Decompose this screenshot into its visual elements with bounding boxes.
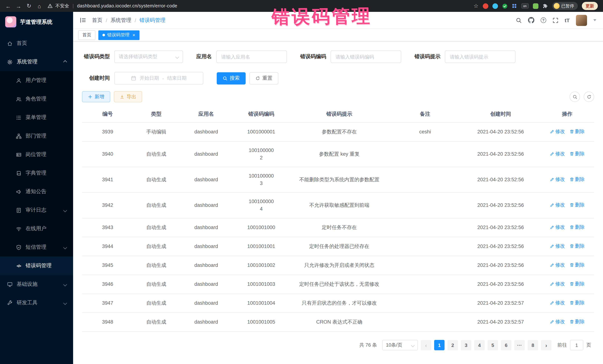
sidebar-item-error-code[interactable]: </> 错误码管理 — [0, 256, 73, 275]
error-code-input[interactable] — [331, 50, 401, 63]
delete-link[interactable]: 删除 — [569, 176, 585, 183]
add-button[interactable]: 新增 — [82, 91, 110, 102]
edit-link[interactable]: 修改 — [550, 280, 565, 288]
refresh-table-button[interactable] — [584, 92, 594, 102]
tab-error-code[interactable]: 错误码管理 × — [98, 30, 139, 40]
user-avatar[interactable] — [576, 15, 587, 26]
table-row: 3942 自动生成 dashboard 100100000 4 不允许获取敏感配… — [82, 193, 594, 218]
pencil-icon — [550, 320, 554, 324]
delete-link[interactable]: 删除 — [569, 299, 585, 307]
font-size-icon[interactable]: tT — [565, 17, 570, 23]
delete-link[interactable]: 删除 — [569, 223, 585, 231]
app-name-input[interactable] — [216, 50, 287, 63]
sidebar-item-home[interactable]: 首页 — [0, 34, 73, 53]
page-button-1[interactable]: 1 — [434, 340, 445, 350]
browser-back-button[interactable]: ← — [4, 1, 13, 10]
page-button-5[interactable]: 5 — [487, 340, 498, 350]
select-placeholder: 请选择错误码类型 — [119, 53, 157, 60]
sidebar-item-roles[interactable]: 角色管理 — [0, 90, 73, 108]
browser-reload-button[interactable]: ↻ — [24, 1, 33, 10]
search-icon — [572, 94, 577, 99]
address-bar[interactable]: 不安全 | dashboard.yudao.iocoder.cn/system/… — [47, 3, 472, 9]
page-more-button[interactable]: ··· — [514, 340, 525, 350]
extension-icon-grid[interactable] — [511, 3, 517, 9]
edit-link[interactable]: 修改 — [550, 128, 565, 135]
sidebar-item-users[interactable]: 用户管理 — [0, 71, 73, 90]
sidebar-item-menus[interactable]: 菜单管理 — [0, 108, 73, 127]
search-icon[interactable] — [516, 17, 522, 23]
reset-button[interactable]: 重置 — [249, 72, 278, 84]
edit-link[interactable]: 修改 — [550, 150, 565, 157]
sidebar-item-label: 在线用户 — [26, 225, 46, 232]
column-header-type: 类型 — [133, 106, 179, 122]
cell-time: 2021-04-20 23:52:56 — [461, 122, 540, 141]
sidebar-item-positions[interactable]: 岗位管理 — [0, 145, 73, 164]
cell-actions: 修改删除 — [540, 193, 594, 218]
toggle-search-button[interactable] — [570, 92, 580, 102]
prev-page-button[interactable]: ‹ — [421, 340, 431, 350]
next-page-button[interactable]: › — [541, 340, 551, 350]
sidebar-item-sms[interactable]: 短信管理 — [0, 238, 73, 256]
edit-link[interactable]: 修改 — [550, 201, 565, 209]
delete-link[interactable]: 删除 — [569, 128, 585, 135]
browser-home-button[interactable]: ⌂ — [35, 1, 44, 10]
table-row: 3945 自动生成 dashboard 1001001002 只允许修改为开启或… — [82, 256, 594, 275]
breadcrumb-system[interactable]: 系统管理 — [111, 17, 131, 23]
bookmark-star-icon[interactable]: ☆ — [474, 3, 478, 9]
error-msg-input[interactable] — [445, 50, 515, 63]
extension-icon-teal[interactable] — [492, 3, 498, 9]
date-range-picker[interactable]: 开始日期 - 结束日期 — [114, 72, 203, 85]
column-header-time: 创建时间 — [461, 106, 540, 122]
paused-badge[interactable]: 已暂停 — [552, 2, 578, 10]
avatar-caret-icon[interactable] — [593, 19, 596, 21]
extension-icon-leaf[interactable] — [533, 3, 538, 9]
end-date-placeholder: 结束日期 — [167, 75, 186, 82]
extensions-puzzle-icon[interactable] — [542, 3, 548, 9]
error-type-select[interactable]: 请选择错误码类型 — [114, 50, 183, 63]
sidebar-item-system[interactable]: 系统管理 — [0, 53, 73, 71]
sidebar-item-infrastructure[interactable]: 基础设施 — [0, 275, 73, 294]
edit-link[interactable]: 修改 — [550, 261, 565, 269]
breadcrumb-home[interactable]: 首页 — [92, 17, 103, 23]
extension-on-badge[interactable]: on — [521, 3, 529, 9]
browser-forward-button[interactable]: → — [14, 1, 23, 10]
page-button-4[interactable]: 4 — [474, 340, 485, 350]
edit-link[interactable]: 修改 — [550, 243, 565, 250]
app-logo[interactable]: 芋道管理系统 — [0, 12, 73, 32]
edit-link[interactable]: 修改 — [550, 176, 565, 183]
delete-link[interactable]: 删除 — [569, 243, 585, 250]
edit-link[interactable]: 修改 — [550, 318, 565, 325]
sidebar-collapse-button[interactable] — [80, 17, 86, 23]
browser-update-button[interactable]: 更新 — [582, 2, 598, 10]
sidebar-item-audit-log[interactable]: 审计日志 — [0, 201, 73, 220]
delete-link[interactable]: 删除 — [569, 318, 585, 325]
sidebar-item-online-users[interactable]: 在线用户 — [0, 220, 73, 238]
tab-home[interactable]: 首页 — [78, 30, 95, 40]
sidebar-item-dictionary[interactable]: 字典管理 — [0, 164, 73, 182]
export-button[interactable]: 导出 — [114, 91, 142, 102]
tab-close-icon[interactable]: × — [132, 33, 135, 37]
page-size-select[interactable]: 10条/页 — [382, 340, 418, 350]
cell-code: 1001001000 — [233, 218, 290, 237]
delete-link[interactable]: 删除 — [569, 280, 585, 288]
cell-actions: 修改删除 — [540, 122, 594, 141]
delete-link[interactable]: 删除 — [569, 150, 585, 157]
edit-link[interactable]: 修改 — [550, 299, 565, 307]
extension-icon-green-check[interactable] — [502, 3, 508, 9]
help-icon[interactable]: ? — [541, 17, 546, 23]
page-button-6[interactable]: 6 — [501, 340, 511, 350]
page-button-8[interactable]: 8 — [528, 340, 538, 350]
github-icon[interactable] — [528, 17, 534, 23]
sidebar-item-departments[interactable]: 部门管理 — [0, 127, 73, 145]
delete-link[interactable]: 删除 — [569, 261, 585, 269]
sidebar-item-dev-tools[interactable]: 研发工具 — [0, 294, 73, 312]
delete-link[interactable]: 删除 — [569, 201, 585, 209]
extension-icon-red[interactable] — [483, 3, 488, 9]
fullscreen-icon[interactable] — [553, 17, 558, 23]
search-button[interactable]: 搜索 — [217, 72, 246, 84]
page-button-3[interactable]: 3 — [461, 340, 471, 350]
sidebar-item-notices[interactable]: 通知公告 — [0, 182, 73, 201]
page-button-2[interactable]: 2 — [448, 340, 458, 350]
edit-link[interactable]: 修改 — [550, 223, 565, 231]
goto-page-input[interactable] — [570, 340, 583, 350]
